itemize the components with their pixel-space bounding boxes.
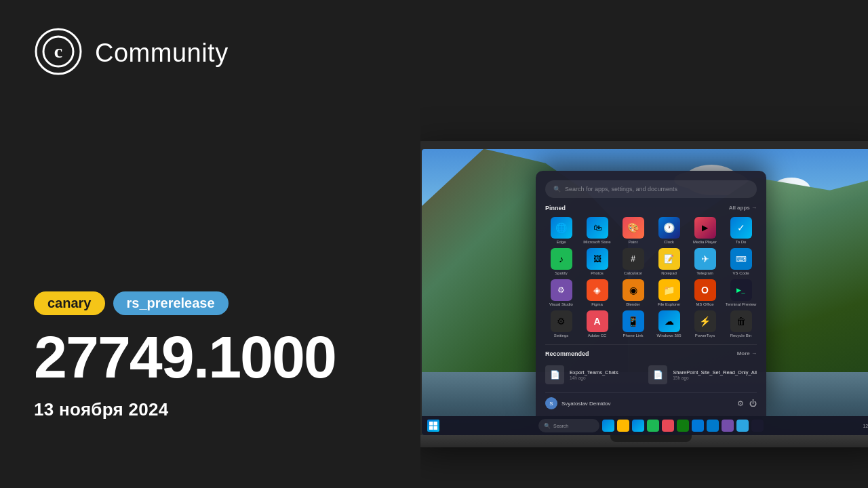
- app-office[interactable]: O MS Office: [689, 279, 721, 306]
- taskbar-app3[interactable]: [692, 420, 704, 432]
- app-label-phonelink: Phone Link: [623, 333, 643, 338]
- taskbar-explorer[interactable]: [617, 420, 629, 432]
- version-number: 27749.1000: [34, 327, 387, 387]
- app-label-terminal: Terminal Preview: [726, 302, 757, 306]
- app-w365[interactable]: ☁ Windows 365: [653, 310, 685, 338]
- laptop-screen: 🔍 Search for apps, settings, and documen…: [422, 149, 868, 436]
- badges-container: canary rs_prerelease: [34, 291, 387, 315]
- app-blender[interactable]: ◉ Blender: [617, 279, 649, 306]
- app-fileexplorer[interactable]: 📁 File Explorer: [653, 279, 685, 306]
- app-powertoys[interactable]: ⚡ PowerToys: [689, 310, 721, 338]
- svg-rect-3: [429, 422, 433, 426]
- app-settings[interactable]: ⚙ Settings: [545, 310, 577, 338]
- app-icon-settings: ⚙: [551, 310, 572, 332]
- recommended-header: Recommended More →: [545, 350, 757, 357]
- start-menu-footer: S Svyatoslav Demidov ⚙ ⏻: [545, 392, 757, 409]
- taskbar-terminal[interactable]: [751, 420, 764, 432]
- settings-footer-icon[interactable]: ⚙: [737, 399, 744, 408]
- left-panel: c Community canary rs_prerelease 27749.1…: [0, 0, 420, 488]
- taskbar-vs[interactable]: [722, 420, 734, 432]
- taskbar-app2[interactable]: [677, 420, 689, 432]
- clock-display: 12:00: [863, 424, 868, 428]
- rec-icon-1: 📄: [545, 365, 564, 384]
- app-terminal[interactable]: ▶_ Terminal Preview: [725, 279, 757, 306]
- taskbar-app1[interactable]: [662, 420, 674, 432]
- more-link[interactable]: More →: [737, 350, 757, 357]
- app-label-vscode: VS Code: [732, 271, 749, 275]
- app-label-powertoys: PowerToys: [695, 333, 715, 338]
- search-placeholder: Search for apps, settings, and documents: [565, 186, 677, 192]
- app-adobe[interactable]: A Adobe CC: [581, 310, 613, 338]
- user-name: Svyatoslav Demidov: [561, 401, 610, 407]
- release-date: 13 ноября 2024: [34, 399, 387, 420]
- app-icon-store: 🛍: [587, 217, 608, 239]
- app-calculator[interactable]: # Calculator: [617, 248, 649, 275]
- app-icon-adobe: A: [587, 310, 608, 332]
- app-icon-telegram: ✈: [694, 248, 716, 270]
- app-icon-fileexplorer: 📁: [658, 279, 680, 301]
- app-label-recyclebin: Recycle Bin: [730, 333, 752, 338]
- taskbar-vscode[interactable]: [707, 420, 719, 432]
- app-photos[interactable]: 🖼 Photos: [581, 248, 613, 275]
- app-figma[interactable]: ◈ Figma: [581, 279, 613, 306]
- app-vs[interactable]: ⚙ Visual Studio: [545, 279, 577, 306]
- taskbar-store2[interactable]: [632, 420, 644, 432]
- rec-time-1: 14h ago: [570, 375, 618, 380]
- app-label-w365: Windows 365: [656, 333, 681, 338]
- svg-rect-5: [429, 426, 433, 430]
- laptop-base: [420, 435, 868, 447]
- taskbar-spotify[interactable]: [647, 420, 659, 432]
- app-icon-mediaplayer: ▶: [694, 217, 716, 239]
- app-label-blender: Blender: [626, 302, 640, 306]
- logo-icon: c: [34, 27, 83, 79]
- app-icon-office: O: [694, 279, 716, 301]
- app-mediaplayer[interactable]: ▶ Media Player: [689, 217, 721, 244]
- badge-prerelease: rs_prerelease: [113, 291, 229, 315]
- taskbar-edge[interactable]: [602, 420, 614, 432]
- app-icon-spotify: ♪: [551, 248, 572, 270]
- app-store[interactable]: 🛍 Microsoft Store: [581, 217, 613, 244]
- app-label-vs: Visual Studio: [549, 302, 573, 306]
- app-icon-blender: ◉: [623, 279, 644, 301]
- rec-item-2[interactable]: 📄 SharePoint_Site_Set_Read_Only_All 15h …: [648, 363, 757, 387]
- app-vscode[interactable]: ⌨ VS Code: [725, 248, 757, 275]
- app-label-store: Microsoft Store: [583, 240, 610, 244]
- svg-rect-6: [434, 426, 438, 430]
- app-telegram[interactable]: ✈ Telegram: [689, 248, 721, 275]
- app-label-spotify: Spotify: [555, 271, 567, 275]
- taskbar-telegram[interactable]: [736, 420, 749, 432]
- app-paint[interactable]: 🎨 Paint: [617, 217, 649, 244]
- windows-button[interactable]: [427, 420, 439, 432]
- start-menu-search[interactable]: 🔍 Search for apps, settings, and documen…: [545, 180, 757, 198]
- app-phonelink[interactable]: 📱 Phone Link: [617, 310, 649, 338]
- app-label-paint: Paint: [629, 240, 638, 244]
- right-panel: 🔍 Search for apps, settings, and documen…: [420, 0, 868, 488]
- app-icon-w365: ☁: [658, 310, 680, 332]
- taskbar-search[interactable]: 🔍 Search: [538, 419, 599, 432]
- rec-text-1: Export_Teams_Chats 14h ago: [570, 369, 618, 380]
- app-todo[interactable]: ✓ To Do: [725, 217, 757, 244]
- app-label-notepad: Notepad: [661, 271, 677, 275]
- app-clock[interactable]: 🕐 Clock: [653, 217, 685, 244]
- app-notepad[interactable]: 📝 Notepad: [653, 248, 685, 275]
- recommended-items-row: 📄 Export_Teams_Chats 14h ago 📄: [545, 363, 757, 387]
- app-label-office: MS Office: [696, 302, 713, 306]
- badge-canary: canary: [34, 291, 105, 315]
- app-icon-vscode: ⌨: [730, 248, 752, 270]
- app-icon-powertoys: ⚡: [694, 310, 716, 332]
- logo-text: Community: [95, 39, 229, 68]
- power-icon[interactable]: ⏻: [749, 399, 757, 408]
- app-spotify[interactable]: ♪ Spotify: [545, 248, 577, 275]
- app-edge[interactable]: 🌐 Edge: [545, 217, 577, 244]
- app-label-telegram: Telegram: [696, 271, 713, 275]
- user-info[interactable]: S Svyatoslav Demidov: [545, 397, 610, 409]
- start-menu: 🔍 Search for apps, settings, and documen…: [536, 171, 766, 416]
- all-apps-link[interactable]: All apps →: [729, 205, 757, 211]
- recommended-section: Recommended More → 📄 Export_Teams_Chats …: [545, 344, 757, 387]
- taskbar-left: [427, 420, 439, 432]
- user-avatar: S: [545, 397, 557, 409]
- rec-name-1: Export_Teams_Chats: [570, 369, 618, 375]
- app-icon-terminal: ▶_: [730, 279, 752, 301]
- app-recyclebin[interactable]: 🗑 Recycle Bin: [725, 310, 757, 338]
- rec-item-1[interactable]: 📄 Export_Teams_Chats 14h ago: [545, 363, 644, 387]
